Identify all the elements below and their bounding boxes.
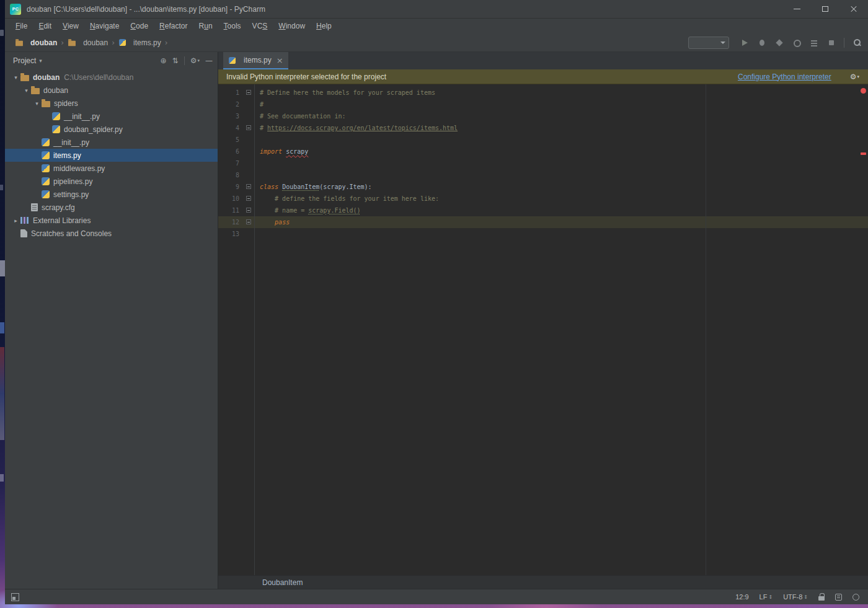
tree-item-spiders[interactable]: ▾spiders bbox=[5, 97, 218, 110]
fold-icon[interactable] bbox=[246, 184, 251, 189]
tree-item-scrapy-cfg[interactable]: scrapy.cfg bbox=[5, 201, 218, 214]
coverage-button[interactable] bbox=[774, 38, 784, 48]
line-number[interactable]: 10 bbox=[218, 193, 239, 205]
menu-file[interactable]: File bbox=[10, 20, 33, 32]
search-icon[interactable] bbox=[852, 38, 862, 48]
error-stripe-mark[interactable] bbox=[861, 152, 866, 155]
file-encoding-selector[interactable]: UTF-8↕ bbox=[783, 593, 808, 601]
code-line-5[interactable]: 5 bbox=[218, 134, 868, 146]
line-number[interactable]: 5 bbox=[218, 134, 239, 146]
menu-navigate[interactable]: Navigate bbox=[84, 20, 125, 32]
fold-gutter[interactable] bbox=[239, 122, 254, 134]
caret-position[interactable]: 12:9 bbox=[735, 593, 748, 601]
line-number[interactable]: 8 bbox=[218, 169, 239, 181]
tree-item-douban-spider-py[interactable]: douban_spider.py bbox=[5, 123, 218, 136]
breadcrumb-class-name[interactable]: DoubanItem bbox=[262, 578, 303, 587]
line-number[interactable]: 3 bbox=[218, 110, 239, 122]
fold-icon[interactable] bbox=[246, 125, 251, 130]
code-line-8[interactable]: 8 bbox=[218, 169, 868, 181]
tree-item-external-libraries[interactable]: ▸External Libraries bbox=[5, 214, 218, 227]
breadcrumb-douban[interactable]: douban bbox=[15, 38, 57, 47]
line-number[interactable]: 2 bbox=[218, 99, 239, 110]
breadcrumb-douban[interactable]: douban bbox=[68, 38, 108, 47]
fold-gutter[interactable] bbox=[239, 87, 254, 99]
code-editor[interactable]: 1# Define here the models for your scrap… bbox=[218, 84, 868, 575]
code-line-11[interactable]: 11 # name = scrapy.Field() bbox=[218, 205, 868, 216]
tree-item-pipelines-py[interactable]: pipelines.py bbox=[5, 175, 218, 188]
run-button[interactable] bbox=[740, 38, 750, 48]
profiler-button[interactable] bbox=[792, 38, 802, 48]
menu-code[interactable]: Code bbox=[125, 20, 154, 32]
tree-item-middlewares-py[interactable]: middlewares.py bbox=[5, 162, 218, 175]
inspection-profile-icon[interactable] bbox=[835, 594, 842, 601]
run-config-dropdown[interactable] bbox=[688, 37, 729, 49]
tree-item-init-py[interactable]: __init__.py bbox=[5, 136, 218, 149]
locate-file-icon[interactable]: ⊕ bbox=[161, 57, 167, 64]
fold-gutter[interactable] bbox=[239, 193, 254, 205]
fold-icon[interactable] bbox=[246, 196, 251, 201]
lock-icon[interactable] bbox=[818, 593, 825, 601]
breadcrumb-items-py[interactable]: items.py bbox=[118, 38, 161, 47]
stop-button[interactable] bbox=[826, 38, 836, 48]
code-line-6[interactable]: 6import scrapy bbox=[218, 146, 868, 157]
tree-item-douban[interactable]: ▾doubanC:\Users\dell\douban bbox=[5, 71, 218, 84]
settings-icon[interactable]: ⚙▾ bbox=[190, 57, 200, 64]
menu-view[interactable]: View bbox=[57, 20, 84, 32]
chevron-expanded-icon[interactable]: ▾ bbox=[22, 87, 31, 94]
tab-items-py[interactable]: items.py × bbox=[223, 52, 288, 69]
tree-item-scratches-and-consoles[interactable]: Scratches and Consoles bbox=[5, 227, 218, 240]
toolwindow-switcher-icon[interactable] bbox=[11, 593, 19, 601]
code-line-9[interactable]: 9class DoubanItem(scrapy.Item): bbox=[218, 181, 868, 193]
menu-edit[interactable]: Edit bbox=[33, 20, 57, 32]
line-number[interactable]: 6 bbox=[218, 146, 239, 157]
fold-icon[interactable] bbox=[246, 208, 251, 213]
menu-help[interactable]: Help bbox=[311, 20, 337, 32]
code-line-1[interactable]: 1# Define here the models for your scrap… bbox=[218, 87, 868, 99]
tree-item-init-py[interactable]: __init__.py bbox=[5, 110, 218, 123]
fold-gutter[interactable] bbox=[239, 205, 254, 216]
fold-icon[interactable] bbox=[246, 90, 251, 95]
minimize-button[interactable] bbox=[782, 0, 811, 18]
line-number[interactable]: 1 bbox=[218, 87, 239, 99]
menu-refactor[interactable]: Refactor bbox=[154, 20, 193, 32]
code-line-3[interactable]: 3# See documentation in: bbox=[218, 110, 868, 122]
line-separator-selector[interactable]: LF↕ bbox=[760, 593, 773, 601]
menu-vcs[interactable]: VCS bbox=[247, 20, 273, 32]
line-number[interactable]: 11 bbox=[218, 205, 239, 216]
line-number[interactable]: 7 bbox=[218, 157, 239, 169]
code-line-10[interactable]: 10 # define the fields for your item her… bbox=[218, 193, 868, 205]
debug-button[interactable] bbox=[757, 38, 767, 48]
chevron-expanded-icon[interactable]: ▾ bbox=[32, 100, 42, 107]
tree-item-items-py[interactable]: items.py bbox=[5, 149, 218, 162]
collapse-all-icon[interactable]: ⇅ bbox=[172, 57, 179, 64]
fold-gutter[interactable] bbox=[239, 181, 254, 193]
code-line-4[interactable]: 4# https://docs.scrapy.org/en/latest/top… bbox=[218, 122, 868, 134]
fold-gutter[interactable] bbox=[239, 216, 254, 228]
fold-icon[interactable] bbox=[246, 219, 251, 224]
line-number[interactable]: 12 bbox=[218, 216, 239, 228]
banner-settings-icon[interactable]: ⚙▾ bbox=[850, 73, 859, 81]
tree-item-douban[interactable]: ▾douban bbox=[5, 84, 218, 97]
close-button[interactable] bbox=[839, 0, 868, 18]
configure-interpreter-link[interactable]: Configure Python interpreter bbox=[738, 73, 831, 81]
line-number[interactable]: 9 bbox=[218, 181, 239, 193]
menu-run[interactable]: Run bbox=[193, 20, 218, 32]
code-line-13[interactable]: 13 bbox=[218, 228, 868, 240]
tree-item-settings-py[interactable]: settings.py bbox=[5, 188, 218, 201]
close-tab-icon[interactable]: × bbox=[277, 56, 283, 65]
code-line-12[interactable]: 12 pass bbox=[218, 216, 868, 228]
notifications-icon[interactable] bbox=[852, 594, 859, 601]
menu-tools[interactable]: Tools bbox=[218, 20, 247, 32]
code-line-2[interactable]: 2# bbox=[218, 99, 868, 110]
project-view-selector[interactable]: Project ▾ bbox=[13, 56, 42, 65]
code-line-7[interactable]: 7 bbox=[218, 157, 868, 169]
inspections-indicator-icon[interactable] bbox=[861, 88, 866, 94]
line-number[interactable]: 13 bbox=[218, 228, 239, 240]
hide-panel-icon[interactable]: — bbox=[205, 57, 213, 64]
chevron-expanded-icon[interactable]: ▾ bbox=[11, 74, 20, 81]
line-number[interactable]: 4 bbox=[218, 122, 239, 134]
maximize-button[interactable] bbox=[811, 0, 839, 18]
run-options-button[interactable] bbox=[809, 38, 819, 48]
chevron-collapsed-icon[interactable]: ▸ bbox=[11, 218, 20, 224]
menu-window[interactable]: Window bbox=[273, 20, 311, 32]
